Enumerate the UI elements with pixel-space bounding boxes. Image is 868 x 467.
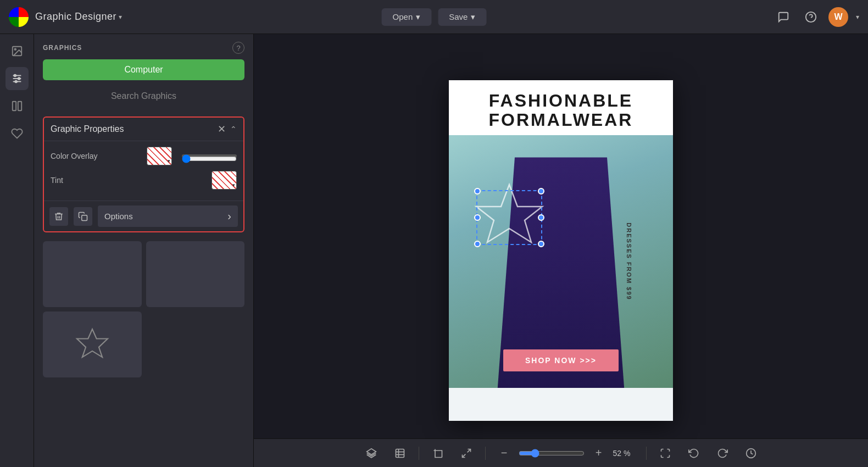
icon-rail — [0, 34, 34, 467]
canvas-container[interactable]: FASHIONABLEFORMALWEAR DRESSES FROM $99 S… — [449, 80, 673, 421]
rail-heart-icon[interactable] — [5, 122, 29, 145]
avatar[interactable]: W — [828, 7, 848, 27]
color-overlay-slider[interactable] — [182, 154, 237, 158]
canvas-area: FASHIONABLEFORMALWEAR DRESSES FROM $99 S… — [254, 34, 868, 467]
zoom-controls: − + 52 % — [494, 443, 637, 463]
save-caret: ▾ — [471, 12, 475, 22]
save-button[interactable]: Save ▾ — [438, 8, 486, 26]
star-thumbnail-icon — [73, 325, 112, 364]
color-overlay-label: Color Overlay — [51, 152, 98, 160]
svg-line-20 — [462, 454, 465, 457]
zoom-slider[interactable] — [519, 449, 585, 458]
thumb-item-2[interactable] — [146, 241, 245, 307]
crop-button[interactable] — [428, 443, 448, 463]
tint-label: Tint — [51, 176, 63, 185]
shop-now-label: SHOP NOW >>> — [525, 356, 597, 365]
color-overlay-row: Color Overlay ▾ — [51, 147, 237, 165]
rail-columns-icon[interactable] — [5, 94, 29, 118]
zoom-out-button[interactable]: − — [494, 443, 514, 463]
thumb-item-star[interactable] — [43, 312, 142, 377]
options-arrow: › — [227, 210, 231, 223]
shop-now-button[interactable]: SHOP NOW >>> — [503, 349, 619, 371]
poster: FASHIONABLEFORMALWEAR DRESSES FROM $99 S… — [449, 80, 673, 421]
graphic-props-controls: ✕ ⌃ — [218, 123, 237, 135]
panel-help-button[interactable]: ? — [232, 42, 244, 54]
open-button[interactable]: Open ▾ — [382, 8, 432, 26]
bottom-toolbar: − + 52 % — [254, 438, 868, 467]
poster-top: FASHIONABLEFORMALWEAR — [449, 80, 673, 135]
topbar: Graphic Designer ▾ Open ▾ Save ▾ W ▾ — [0, 0, 868, 34]
rail-image-icon[interactable] — [5, 40, 29, 63]
panel-header: GRAPHICS ? — [34, 34, 253, 59]
graphic-props-collapse[interactable]: ⌃ — [230, 125, 237, 134]
thumbnail-grid — [34, 237, 253, 382]
tint-swatch[interactable]: ▾ — [212, 171, 237, 190]
message-button[interactable] — [774, 7, 793, 27]
options-label: Options — [104, 212, 133, 221]
svg-marker-12 — [77, 329, 108, 357]
tint-row: Tint ▾ — [51, 171, 237, 190]
toolbar-sep-1 — [419, 447, 419, 460]
graphic-props-title: Graphic Properties — [51, 124, 124, 134]
toolbar-sep-2 — [485, 447, 486, 460]
color-overlay-swatch[interactable]: ▾ — [147, 147, 172, 165]
computer-button[interactable]: Computer — [43, 59, 244, 80]
star-graphic — [465, 179, 553, 251]
side-text-content: DRESSES FROM $99 — [625, 223, 632, 301]
graphic-props-footer: Options › — [44, 201, 243, 231]
computer-btn-label: Computer — [124, 65, 163, 74]
app-title-caret: ▾ — [119, 13, 123, 21]
topbar-center-actions: Open ▾ Save ▾ — [382, 8, 487, 26]
app-logo — [9, 7, 29, 27]
table-button[interactable] — [390, 443, 410, 463]
open-caret: ▾ — [416, 12, 420, 22]
app-title[interactable]: Graphic Designer ▾ — [35, 11, 123, 23]
topbar-right: W ▾ — [774, 7, 859, 27]
svg-rect-10 — [18, 102, 21, 111]
main-layout: GRAPHICS ? Computer Search Graphics Grap… — [0, 34, 868, 467]
app-title-text: Graphic Designer — [35, 11, 116, 23]
search-graphics-text: Search Graphics — [111, 91, 176, 101]
rail-sliders-icon[interactable] — [5, 67, 29, 90]
layers-button[interactable] — [361, 443, 381, 463]
svg-rect-9 — [12, 102, 15, 111]
expand-button[interactable] — [457, 443, 476, 463]
help-button[interactable] — [801, 7, 821, 27]
side-panel: GRAPHICS ? Computer Search Graphics Grap… — [34, 34, 254, 467]
thumb-item-1[interactable] — [43, 241, 142, 307]
side-text: DRESSES FROM $99 — [625, 223, 632, 301]
svg-rect-15 — [396, 449, 404, 457]
panel-title: GRAPHICS — [43, 44, 82, 52]
toolbar-sep-3 — [646, 447, 647, 460]
poster-headline: FASHIONABLEFORMALWEAR — [460, 91, 662, 130]
poster-image-area: DRESSES FROM $99 SHOP NOW >>> — [449, 135, 673, 388]
zoom-in-button[interactable]: + — [589, 443, 609, 463]
graphic-props-close[interactable]: ✕ — [218, 123, 226, 135]
svg-line-19 — [467, 449, 470, 452]
search-graphics-placeholder[interactable]: Search Graphics — [43, 87, 244, 105]
zoom-percentage: 52 % — [613, 449, 637, 458]
graphic-props-header: Graphic Properties ✕ ⌃ — [44, 118, 243, 141]
fit-page-button[interactable] — [655, 443, 675, 463]
svg-rect-11 — [82, 215, 87, 220]
undo-button[interactable] — [684, 443, 704, 463]
avatar-caret[interactable]: ▾ — [856, 13, 859, 21]
save-label: Save — [449, 12, 468, 21]
svg-marker-13 — [476, 185, 542, 242]
open-label: Open — [393, 12, 413, 21]
delete-graphic-button[interactable] — [49, 207, 68, 226]
graphic-properties-panel: Graphic Properties ✕ ⌃ Color Overlay ▾ — [43, 116, 244, 232]
duplicate-graphic-button[interactable] — [74, 207, 92, 226]
graphic-props-body: Color Overlay ▾ Tint ▾ — [44, 141, 243, 201]
history-button[interactable] — [741, 443, 761, 463]
avatar-letter: W — [834, 12, 842, 22]
redo-button[interactable] — [713, 443, 732, 463]
star-selection-overlay[interactable] — [465, 179, 553, 251]
svg-point-2 — [14, 48, 16, 50]
options-button[interactable]: Options › — [98, 205, 238, 227]
